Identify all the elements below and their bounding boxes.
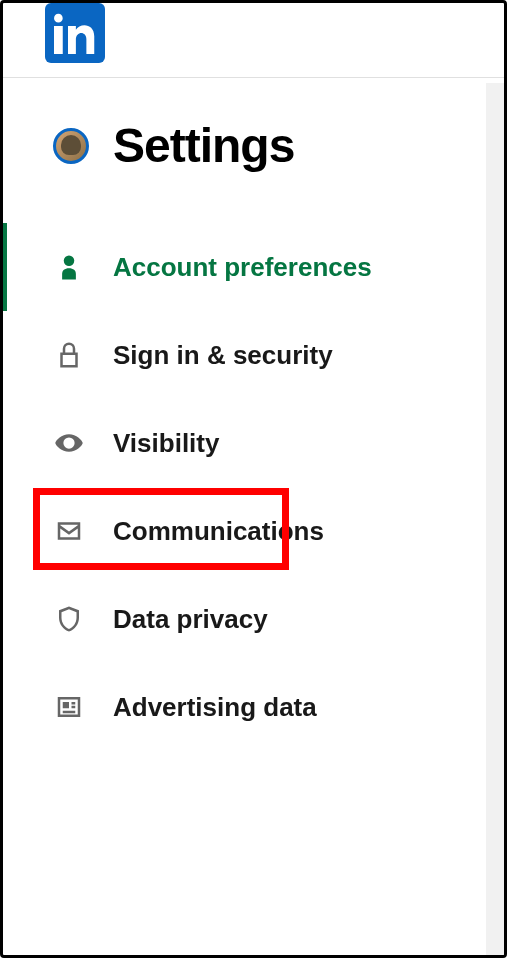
- title-row: Settings: [3, 118, 504, 223]
- linkedin-logo[interactable]: [45, 3, 105, 63]
- news-icon: [53, 691, 85, 723]
- nav-item-advertising-data[interactable]: Advertising data: [3, 663, 504, 751]
- svg-point-0: [64, 256, 75, 267]
- nav-label: Communications: [113, 516, 324, 547]
- nav-item-sign-in-security[interactable]: Sign in & security: [3, 311, 504, 399]
- settings-nav: Account preferences Sign in & security V…: [3, 223, 504, 751]
- nav-label: Account preferences: [113, 252, 372, 283]
- eye-icon: [53, 427, 85, 459]
- shield-icon: [53, 603, 85, 635]
- avatar[interactable]: [53, 128, 89, 164]
- header: [3, 3, 504, 78]
- nav-item-visibility[interactable]: Visibility: [3, 399, 504, 487]
- lock-icon: [53, 339, 85, 371]
- nav-item-account-preferences[interactable]: Account preferences: [3, 223, 504, 311]
- person-icon: [53, 251, 85, 283]
- mail-icon: [53, 515, 85, 547]
- nav-item-communications[interactable]: Communications: [3, 487, 504, 575]
- page-title: Settings: [113, 118, 294, 173]
- nav-label: Sign in & security: [113, 340, 333, 371]
- nav-label: Data privacy: [113, 604, 268, 635]
- nav-label: Visibility: [113, 428, 219, 459]
- content: Settings Account preferences Sign in & s…: [3, 78, 504, 751]
- nav-label: Advertising data: [113, 692, 317, 723]
- avatar-image: [61, 135, 81, 155]
- nav-item-data-privacy[interactable]: Data privacy: [3, 575, 504, 663]
- linkedin-icon: [54, 12, 96, 54]
